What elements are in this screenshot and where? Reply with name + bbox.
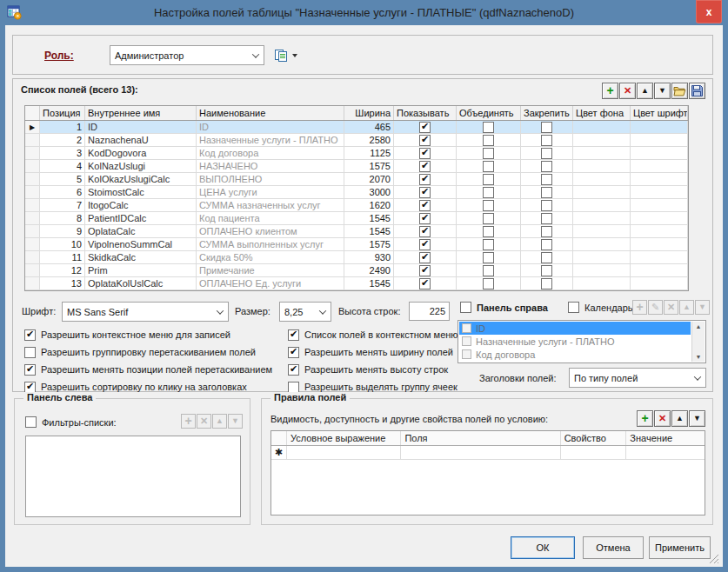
width-cell[interactable]: 1620 — [344, 199, 394, 211]
width-cell[interactable]: 1545 — [344, 225, 394, 237]
font-color-cell[interactable] — [631, 277, 688, 289]
option-row[interactable]: Разрешить менять позиции полей перетаски… — [24, 361, 272, 378]
option-row[interactable]: Разрешить менять ширину полей — [288, 343, 458, 361]
font-color-cell[interactable] — [631, 134, 688, 146]
pin-checkbox[interactable] — [541, 148, 552, 159]
bg-color-cell[interactable] — [573, 134, 631, 146]
show-checkbox[interactable] — [419, 278, 431, 289]
width-cell[interactable]: 465 — [344, 121, 394, 133]
internal-name-cell[interactable]: OplataCalc — [85, 225, 197, 237]
position-cell[interactable]: 13 — [40, 277, 85, 289]
filters-lists-checkbox[interactable] — [25, 416, 37, 428]
width-cell[interactable]: 1575 — [344, 160, 394, 172]
pin-checkbox[interactable] — [541, 200, 552, 211]
option-row[interactable]: Разрешить группировку перетаскиванием по… — [24, 343, 272, 361]
field-row[interactable]: 4KolNazUslugiНАЗНАЧЕНО1575 — [25, 160, 688, 173]
resize-grip[interactable] — [709, 554, 719, 564]
checkbox[interactable] — [24, 347, 36, 358]
show-checkbox[interactable] — [419, 187, 431, 198]
open-folder-button[interactable] — [671, 83, 688, 99]
cell[interactable] — [287, 446, 401, 459]
font-color-cell[interactable] — [631, 225, 688, 237]
font-color-cell[interactable] — [631, 147, 688, 159]
checkbox[interactable] — [24, 382, 36, 393]
option-row[interactable]: Разрешить контекстное меню для записей — [24, 326, 272, 343]
position-cell[interactable]: 10 — [40, 238, 85, 250]
merge-checkbox[interactable] — [483, 252, 494, 263]
width-cell[interactable]: 3000 — [344, 186, 394, 198]
bg-color-cell[interactable] — [573, 264, 631, 276]
ok-button[interactable]: ОК — [511, 536, 575, 559]
width-cell[interactable]: 1575 — [344, 238, 394, 250]
caption-cell[interactable]: Скидка 50% — [197, 251, 344, 263]
caption-cell[interactable]: ВЫПОЛНЕНО — [197, 173, 344, 185]
bg-color-cell[interactable] — [573, 238, 631, 250]
right-panel-checkbox[interactable] — [460, 302, 471, 313]
font-color-cell[interactable] — [631, 238, 688, 250]
internal-name-cell[interactable]: ItogoCalc — [85, 199, 197, 211]
field-row[interactable]: ▶1IDID465 — [25, 121, 688, 134]
show-checkbox[interactable] — [419, 226, 431, 237]
list-item[interactable]: Код договора — [459, 348, 691, 361]
field-row[interactable]: 11SkidkaCalcСкидка 50%930 — [25, 251, 688, 264]
option-row[interactable]: Список полей в контекстном меню — [288, 326, 458, 343]
caption-cell[interactable]: ОПЛАЧЕНО Ед. услуги — [197, 277, 344, 289]
position-cell[interactable]: 12 — [40, 264, 85, 276]
show-checkbox[interactable] — [419, 213, 431, 224]
merge-checkbox[interactable] — [483, 174, 494, 185]
merge-checkbox[interactable] — [483, 135, 494, 146]
field-row[interactable]: 3KodDogovoraКод договора1125 — [25, 147, 688, 160]
move-up-button[interactable]: ▲ — [671, 410, 688, 427]
checkbox[interactable] — [288, 329, 299, 341]
show-checkbox[interactable] — [419, 239, 431, 250]
header-cell[interactable]: Закрепить — [521, 106, 573, 120]
merge-checkbox[interactable] — [483, 187, 494, 198]
cell[interactable] — [561, 446, 627, 459]
pin-checkbox[interactable] — [541, 135, 552, 146]
position-cell[interactable]: 2 — [40, 134, 85, 146]
field-row[interactable]: 9OplataCalcОПЛАЧЕНО клиентом1545 — [25, 225, 688, 238]
width-cell[interactable]: 1125 — [344, 147, 394, 159]
position-cell[interactable]: 1 — [40, 121, 85, 133]
position-cell[interactable]: 8 — [40, 212, 85, 224]
scroll-up-icon[interactable]: ▲ — [696, 323, 702, 329]
internal-name-cell[interactable]: SkidkaCalc — [85, 251, 197, 263]
position-cell[interactable]: 9 — [40, 225, 85, 237]
position-cell[interactable]: 3 — [40, 147, 85, 159]
checkbox[interactable] — [288, 364, 299, 376]
font-color-cell[interactable] — [631, 251, 688, 263]
caption-cell[interactable]: СУММА назначенных услуг — [197, 199, 344, 211]
field-row[interactable]: 7ItogoCalcСУММА назначенных услуг1620 — [25, 199, 688, 212]
pin-checkbox[interactable] — [541, 239, 552, 250]
show-checkbox[interactable] — [419, 265, 431, 276]
checkbox[interactable] — [288, 382, 299, 393]
item-checkbox[interactable] — [462, 323, 471, 333]
merge-checkbox[interactable] — [483, 278, 494, 289]
caption-cell[interactable]: НАЗНАЧЕНО — [197, 160, 344, 172]
font-color-cell[interactable] — [631, 186, 688, 198]
width-cell[interactable]: 2490 — [344, 264, 394, 276]
font-color-cell[interactable] — [631, 173, 688, 185]
show-checkbox[interactable] — [419, 174, 431, 185]
field-headers-combobox[interactable]: По типу полей — [569, 368, 706, 388]
pin-checkbox[interactable] — [541, 265, 552, 276]
header-cell[interactable]: Позиция — [40, 106, 85, 120]
filters-listbox[interactable] — [25, 436, 241, 517]
internal-name-cell[interactable]: Prim — [85, 264, 197, 276]
header-cell[interactable]: Объединять — [457, 106, 521, 120]
pin-checkbox[interactable] — [541, 278, 552, 289]
role-combobox[interactable]: Администратор — [110, 45, 264, 65]
merge-checkbox[interactable] — [483, 265, 494, 276]
internal-name-cell[interactable]: OplataKolUslCalc — [85, 277, 197, 289]
field-row[interactable]: 10VipolnenoSummCalСУММА выполненных услу… — [25, 238, 688, 251]
checkbox[interactable] — [24, 329, 36, 341]
merge-checkbox[interactable] — [483, 148, 494, 159]
field-row[interactable]: 12PrimПримечание2490 — [25, 264, 688, 277]
cell[interactable] — [626, 446, 705, 459]
bg-color-cell[interactable] — [573, 225, 631, 237]
checkbox[interactable] — [288, 347, 299, 358]
add-button[interactable]: + — [637, 410, 653, 427]
field-row[interactable]: 8PatientIDCalcКод пациента1545 — [25, 212, 688, 225]
bg-color-cell[interactable] — [573, 251, 631, 263]
pin-checkbox[interactable] — [541, 161, 552, 172]
